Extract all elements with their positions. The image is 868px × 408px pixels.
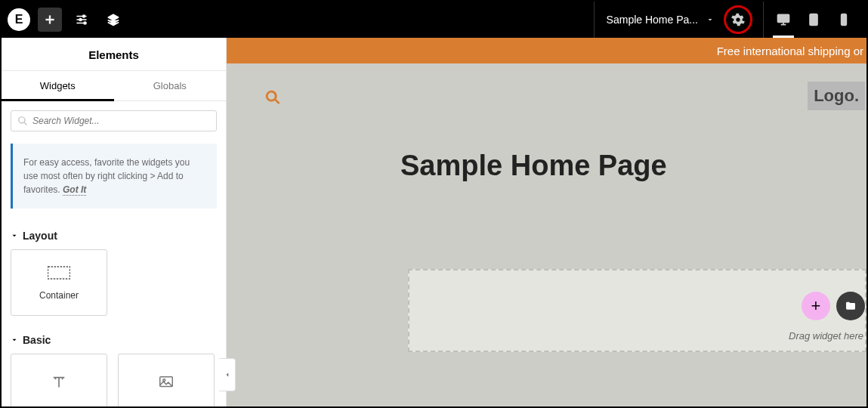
widget-image[interactable]: [118, 354, 215, 406]
tablet-icon: [806, 12, 821, 27]
panel-tabs: Widgets Globals: [2, 71, 226, 101]
mobile-icon: [836, 12, 851, 27]
search-icon: [264, 89, 281, 106]
announcement-text: Free international shipping or: [717, 45, 863, 57]
site-search-trigger[interactable]: [264, 89, 281, 109]
plus-icon: +: [811, 296, 821, 316]
tab-globals[interactable]: Globals: [114, 71, 227, 101]
widget-label: Container: [39, 290, 79, 301]
tip-text: For easy access, favorite the widgets yo…: [23, 157, 190, 195]
image-icon: [156, 374, 177, 391]
section-header-layout[interactable]: Layout: [2, 224, 226, 249]
elementor-logo[interactable]: E: [8, 8, 30, 31]
separator: [594, 2, 595, 38]
widget-search[interactable]: [11, 110, 217, 131]
gear-icon[interactable]: [731, 13, 745, 26]
site-logo-placeholder[interactable]: Logo.: [808, 82, 865, 110]
panel-title: Elements: [2, 38, 226, 71]
plus-icon: [43, 13, 57, 26]
page-title-display[interactable]: Sample Home Pa...: [607, 14, 698, 26]
page-heading[interactable]: Sample Home Page: [400, 150, 667, 182]
add-widget-button[interactable]: +: [802, 292, 830, 320]
widget-container[interactable]: Container: [11, 249, 107, 316]
caret-down-icon: [11, 232, 18, 240]
folder-icon: [845, 300, 857, 312]
highlight-ring: [724, 5, 752, 34]
svg-point-0: [83, 15, 85, 17]
drop-hint-text: Drag widget here: [789, 330, 863, 342]
svg-point-1: [79, 19, 82, 21]
template-library-button[interactable]: [836, 292, 865, 320]
widget-heading[interactable]: [11, 354, 107, 406]
device-mobile-button[interactable]: [832, 8, 856, 32]
device-tablet-button[interactable]: [802, 8, 826, 32]
editor-canvas[interactable]: Free international shipping or Logo. Sam…: [227, 38, 866, 406]
svg-rect-8: [48, 267, 70, 279]
caret-down-icon: [11, 336, 18, 344]
add-element-button[interactable]: [38, 8, 62, 32]
panel-collapse-handle[interactable]: [219, 358, 236, 391]
structure-button[interactable]: [101, 8, 125, 32]
favorites-tip: For easy access, favorite the widgets yo…: [11, 144, 217, 209]
layout-widgets-grid: Container: [2, 249, 226, 328]
layers-icon: [107, 13, 120, 26]
elements-panel: Elements Widgets Globals For easy access…: [2, 38, 227, 406]
empty-section-dropzone[interactable]: + Drag widget here: [408, 269, 866, 352]
basic-widgets-grid: [2, 354, 226, 406]
svg-rect-3: [778, 14, 789, 22]
svg-point-2: [84, 22, 86, 24]
device-desktop-button[interactable]: [771, 8, 795, 32]
desktop-icon: [776, 12, 791, 27]
container-icon: [47, 265, 71, 280]
search-input[interactable]: [32, 116, 210, 126]
tip-gotit-link[interactable]: Got It: [63, 184, 86, 196]
site-settings-button[interactable]: [70, 8, 94, 32]
svg-point-7: [843, 23, 844, 23]
chevron-left-icon: [224, 371, 231, 379]
text-icon: [48, 374, 70, 391]
svg-point-5: [813, 23, 814, 23]
chevron-down-icon: [706, 15, 715, 24]
top-bar: E Sample Home Pa...: [2, 2, 866, 38]
sliders-icon: [75, 13, 88, 26]
page-switcher[interactable]: [703, 12, 718, 27]
announcement-bar: Free international shipping or: [227, 38, 866, 63]
tab-widgets[interactable]: Widgets: [2, 71, 114, 101]
separator: [763, 2, 764, 38]
search-icon: [17, 116, 28, 126]
section-header-basic[interactable]: Basic: [2, 328, 226, 354]
